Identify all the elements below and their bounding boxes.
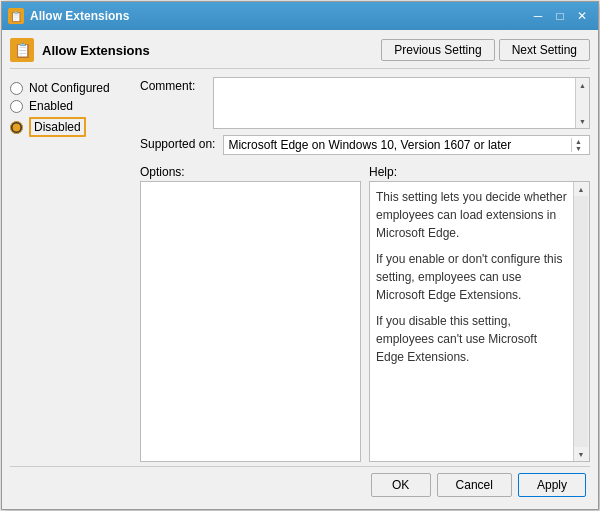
supported-scroll-down[interactable]: ▼	[575, 145, 582, 152]
title-controls: ─ □ ✕	[528, 6, 592, 26]
supported-value: Microsoft Edge on Windows 10, Version 16…	[228, 138, 571, 152]
comment-scroll-down[interactable]: ▼	[576, 114, 590, 128]
footer: OK Cancel Apply	[10, 466, 590, 501]
main-window: 📋 Allow Extensions ─ □ ✕ 📋 Allow Extensi…	[1, 1, 599, 510]
header-title: Allow Extensions	[42, 43, 150, 58]
right-panel: Comment: ▲ ▼ Supported on: Microsof	[140, 77, 590, 462]
radio-enabled-input[interactable]	[10, 100, 23, 113]
options-panel: Options:	[140, 165, 361, 462]
help-paragraph-3: If you disable this setting, employees c…	[376, 312, 567, 366]
help-paragraph-2: If you enable or don't configure this se…	[376, 250, 567, 304]
comment-label: Comment:	[140, 77, 205, 93]
radio-enabled[interactable]: Enabled	[10, 99, 132, 113]
comment-scroll-up[interactable]: ▲	[576, 78, 590, 92]
supported-label: Supported on:	[140, 135, 215, 151]
help-box: This setting lets you decide whether emp…	[369, 181, 590, 462]
comment-scrollbar: ▲ ▼	[575, 78, 589, 128]
radio-not-configured-label: Not Configured	[29, 81, 110, 95]
next-setting-button[interactable]: Next Setting	[499, 39, 590, 61]
comment-wrapper: ▲ ▼	[213, 77, 590, 129]
bottom-panels: Options: Help: This setting lets you dec…	[140, 165, 590, 462]
window-icon: 📋	[8, 8, 24, 24]
comment-row: Comment: ▲ ▼	[140, 77, 590, 129]
radio-not-configured[interactable]: Not Configured	[10, 81, 132, 95]
minimize-button[interactable]: ─	[528, 6, 548, 26]
close-button[interactable]: ✕	[572, 6, 592, 26]
window-title: Allow Extensions	[30, 9, 129, 23]
radio-disabled-input[interactable]	[10, 121, 23, 134]
help-scroll-track	[574, 196, 588, 447]
header-icon: 📋	[10, 38, 34, 62]
supported-scroll-up[interactable]: ▲	[575, 138, 582, 145]
supported-wrapper: Microsoft Edge on Windows 10, Version 16…	[223, 135, 590, 155]
help-content: This setting lets you decide whether emp…	[370, 182, 573, 461]
help-paragraph-1: This setting lets you decide whether emp…	[376, 188, 567, 242]
radio-group: Not Configured Enabled Disabled	[10, 81, 132, 137]
help-scroll-up[interactable]: ▲	[574, 182, 588, 196]
header-section: 📋 Allow Extensions Previous Setting Next…	[10, 38, 590, 69]
left-panel: Not Configured Enabled Disabled	[10, 77, 140, 462]
header-buttons: Previous Setting Next Setting	[381, 39, 590, 61]
radio-disabled-label: Disabled	[29, 117, 86, 137]
radio-disabled[interactable]: Disabled	[10, 117, 132, 137]
ok-button[interactable]: OK	[371, 473, 431, 497]
comment-textarea[interactable]	[214, 78, 575, 128]
supported-row: Supported on: Microsoft Edge on Windows …	[140, 135, 590, 155]
cancel-button[interactable]: Cancel	[437, 473, 512, 497]
help-scroll-down[interactable]: ▼	[574, 447, 588, 461]
title-bar: 📋 Allow Extensions ─ □ ✕	[2, 2, 598, 30]
supported-scrollbar: ▲ ▼	[571, 138, 585, 152]
options-box	[140, 181, 361, 462]
radio-not-configured-input[interactable]	[10, 82, 23, 95]
title-bar-left: 📋 Allow Extensions	[8, 8, 129, 24]
maximize-button[interactable]: □	[550, 6, 570, 26]
content-area: 📋 Allow Extensions Previous Setting Next…	[2, 30, 598, 509]
help-scrollbar: ▲ ▼	[573, 182, 589, 461]
prev-setting-button[interactable]: Previous Setting	[381, 39, 494, 61]
radio-enabled-label: Enabled	[29, 99, 73, 113]
header-left: 📋 Allow Extensions	[10, 38, 150, 62]
help-label: Help:	[369, 165, 590, 179]
apply-button[interactable]: Apply	[518, 473, 586, 497]
main-area: Not Configured Enabled Disabled Comm	[10, 77, 590, 462]
help-panel: Help: This setting lets you decide wheth…	[369, 165, 590, 462]
options-label: Options:	[140, 165, 361, 179]
